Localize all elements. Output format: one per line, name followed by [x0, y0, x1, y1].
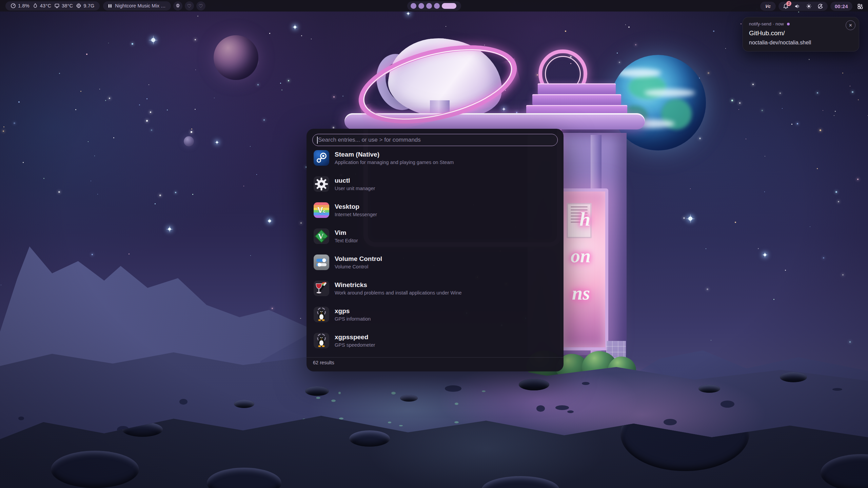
star	[159, 195, 161, 196]
list-item[interactable]: xgpsspeedGPS speedometer	[314, 333, 556, 353]
star	[167, 109, 168, 110]
list-item[interactable]: xgpsGPS information	[314, 307, 556, 327]
star	[746, 139, 746, 139]
app-text: uuctlUser unit manager	[335, 176, 375, 197]
moss-speckle	[388, 422, 391, 423]
neon-script: h	[579, 208, 590, 230]
notifications-button[interactable]: 2	[783, 3, 789, 9]
star	[3, 126, 4, 127]
crater	[207, 468, 281, 488]
star	[741, 23, 742, 24]
vesktop-tray-icon[interactable]: Vc	[760, 2, 776, 11]
heart-tray-button[interactable]: ♡	[185, 1, 194, 11]
rock	[721, 401, 734, 408]
text-caret	[317, 137, 318, 144]
brightness-button[interactable]	[806, 3, 812, 9]
svg-text:im: im	[322, 237, 326, 241]
star	[195, 69, 196, 70]
rock	[832, 388, 842, 391]
app-launcher-panel: Steam (Native)Application for managing a…	[307, 129, 564, 371]
list-item[interactable]: VcVesktopInternet Messenger	[314, 202, 556, 223]
star	[820, 129, 821, 131]
system-stats-pill[interactable]: 1.8% 43°C 38°C 9.7G	[5, 1, 100, 11]
workspace-dot[interactable]	[411, 3, 416, 9]
list-item[interactable]: Steam (Native)Application for managing a…	[314, 150, 556, 170]
moss-speckle	[399, 425, 403, 426]
app-drawer-button[interactable]	[855, 1, 865, 12]
cpu-temp-stat: 43°C	[33, 3, 51, 8]
search-input[interactable]	[313, 134, 557, 146]
star	[842, 73, 843, 74]
app-text: Volume ControlVolume Control	[335, 255, 382, 275]
star	[823, 257, 824, 259]
app-title: xgps	[335, 307, 371, 315]
vim-app-icon: Vim	[314, 228, 329, 244]
star	[300, 222, 302, 224]
app-description: Application for managing and playing gam…	[335, 160, 454, 165]
star	[699, 138, 701, 139]
steam-app-icon	[314, 150, 329, 166]
app-description: Volume Control	[335, 264, 382, 269]
volume-button[interactable]	[794, 3, 800, 9]
status-icons-pill: 2	[778, 2, 828, 11]
star	[850, 86, 850, 86]
star	[146, 120, 148, 122]
close-icon: ×	[849, 23, 852, 28]
star	[625, 24, 626, 25]
list-item[interactable]: Volume ControlVolume Control	[314, 255, 556, 275]
crater	[349, 430, 390, 447]
skull-tray-button[interactable]	[173, 1, 182, 11]
star	[191, 128, 192, 129]
star	[765, 156, 765, 157]
workspace-indicator[interactable]	[407, 1, 461, 11]
heart-tray-button[interactable]: ♡	[196, 1, 205, 11]
crater	[821, 454, 868, 488]
app-description: User unit manager	[335, 186, 375, 191]
star	[857, 179, 859, 180]
heart-icon: ♡	[198, 3, 203, 8]
app-title: uuctl	[335, 177, 375, 184]
star	[288, 80, 289, 81]
star	[243, 186, 244, 186]
sparkle-star	[166, 225, 173, 233]
rock	[179, 399, 188, 405]
star	[214, 98, 215, 98]
workspace-active[interactable]	[442, 3, 456, 9]
roof-tier	[532, 94, 621, 105]
star	[263, 119, 265, 121]
star	[195, 109, 196, 110]
app-text: VesktopInternet Messenger	[335, 202, 377, 223]
workspace-dot[interactable]	[434, 3, 440, 9]
media-player-pill[interactable]: Nightcore Music Mix 20…	[103, 1, 171, 11]
workspace-dot[interactable]	[426, 3, 432, 9]
star	[59, 73, 60, 74]
list-item[interactable]: uuctlUser unit manager	[314, 176, 556, 197]
star	[14, 122, 15, 124]
notification-body: noctalia-dev/noctalia.shell	[749, 40, 853, 46]
clock-pill[interactable]: 00:24	[830, 2, 852, 11]
star	[731, 100, 733, 101]
list-item[interactable]: VimVimText Editor	[314, 228, 556, 249]
star	[23, 162, 24, 163]
chip-icon	[76, 3, 81, 8]
notification-popup[interactable]: notify-send · now × GitHub.com/ noctalia…	[743, 17, 859, 52]
star	[195, 39, 196, 40]
star	[835, 111, 836, 112]
star	[739, 102, 741, 104]
crater	[519, 379, 549, 390]
star	[797, 123, 798, 124]
list-item[interactable]: WinetricksWork around problems and insta…	[314, 281, 556, 301]
tray-buttons: ♡♡	[171, 1, 205, 11]
notification-close-button[interactable]: ×	[846, 20, 855, 30]
star	[191, 131, 192, 133]
sparkle-star	[406, 11, 411, 16]
night-light-button[interactable]	[817, 3, 823, 9]
notification-header: notify-send · now	[749, 21, 853, 26]
moss-speckle	[391, 392, 396, 394]
app-description: GPS information	[335, 316, 371, 322]
workspace-dot[interactable]	[418, 3, 424, 9]
star	[849, 341, 851, 343]
sparkle-star	[501, 106, 507, 112]
star	[762, 110, 763, 111]
neon-script: ns	[572, 282, 590, 304]
